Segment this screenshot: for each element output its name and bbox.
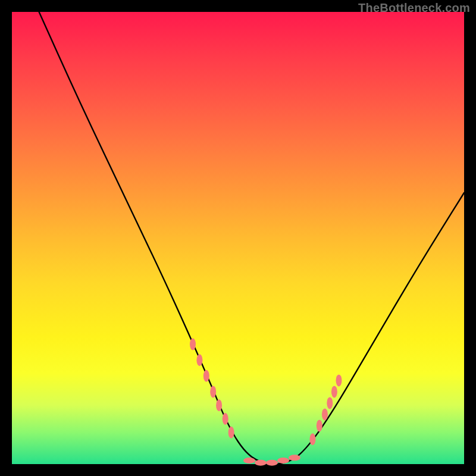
- marker-dot: [210, 386, 216, 397]
- marker-dot: [266, 460, 278, 466]
- chart-svg: [12, 12, 464, 464]
- bottleneck-curve-path: [39, 12, 464, 464]
- marker-dot: [243, 458, 255, 464]
- marker-dot: [203, 370, 209, 382]
- chart-frame: TheBottleneck.com: [0, 0, 476, 476]
- marker-dot: [289, 455, 300, 461]
- marker-dot: [223, 413, 228, 425]
- marker-dot: [317, 419, 322, 431]
- chart-markers: [190, 339, 342, 466]
- marker-dot: [327, 397, 333, 409]
- marker-dot: [309, 433, 315, 445]
- marker-dot: [322, 408, 328, 420]
- marker-dot: [216, 399, 222, 411]
- marker-dot: [331, 386, 337, 397]
- marker-dot: [228, 427, 234, 439]
- marker-dot: [336, 374, 342, 386]
- chart-curve: [39, 12, 464, 464]
- marker-dot: [277, 458, 289, 464]
- marker-dot: [255, 460, 267, 466]
- marker-dot: [190, 339, 196, 350]
- marker-dot: [196, 354, 202, 366]
